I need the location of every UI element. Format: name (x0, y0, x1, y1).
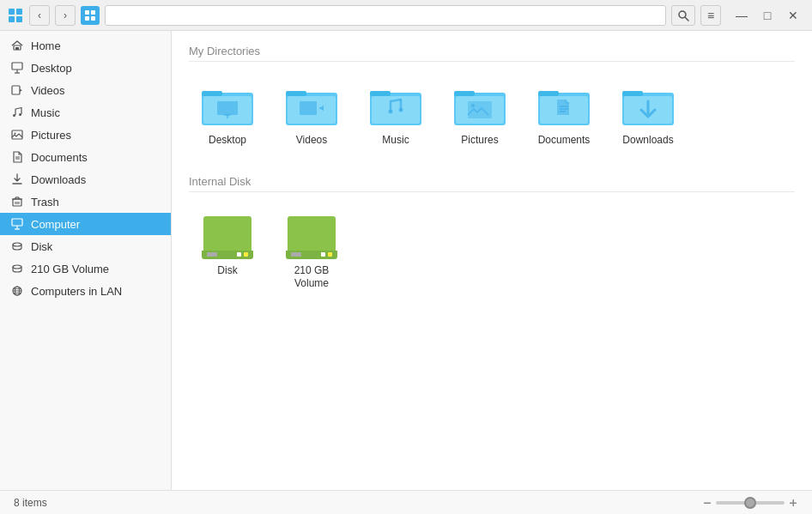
svg-rect-71 (622, 91, 643, 96)
pictures-icon (10, 128, 24, 142)
desktop-icon (10, 61, 24, 75)
minimize-button[interactable]: — (730, 7, 754, 24)
folder-item-downloads[interactable]: Downloads (609, 76, 687, 154)
sidebar-label-disk: Disk (31, 240, 52, 253)
disk-label: Disk (217, 264, 237, 278)
sidebar-item-trash[interactable]: Trash (0, 190, 171, 213)
my-directories-grid: Desktop Videos (189, 76, 795, 154)
sidebar-item-home[interactable]: Home (0, 34, 171, 57)
folder-item-videos[interactable]: Videos (273, 76, 350, 154)
svg-rect-54 (370, 91, 391, 96)
svg-rect-0 (9, 9, 15, 15)
svg-point-57 (389, 110, 393, 114)
svg-rect-45 (217, 101, 238, 115)
internal-disk-title: Internal Disk (189, 175, 795, 192)
sidebar-label-downloads: Downloads (31, 173, 86, 186)
hamburger-button[interactable]: ≡ (700, 5, 721, 26)
my-directories-title: My Directories (189, 45, 795, 62)
folder-item-documents[interactable]: Documents (525, 76, 603, 154)
svg-rect-51 (300, 101, 317, 115)
svg-rect-3 (16, 16, 22, 22)
svg-rect-12 (12, 63, 22, 70)
sidebar-item-disk[interactable]: Disk (0, 235, 171, 257)
folder-icon-desktop (200, 82, 255, 129)
items-count: 8 items (14, 497, 47, 509)
sidebar-item-computer[interactable]: Computer (0, 213, 171, 235)
disk-drive-icon (200, 213, 255, 259)
svg-line-9 (686, 17, 689, 21)
svg-point-8 (679, 11, 686, 18)
svg-point-18 (19, 113, 21, 116)
statusbar: 8 items (0, 490, 812, 514)
folder-item-pictures[interactable]: Pictures (441, 76, 518, 154)
svg-rect-74 (704, 502, 711, 504)
svg-rect-65 (538, 91, 559, 96)
svg-rect-76 (793, 499, 795, 506)
svg-rect-2 (9, 16, 15, 22)
folder-label-pictures: Pictures (461, 134, 498, 148)
internal-disk-grid: Disk 210 GBVolume (189, 206, 795, 298)
svg-rect-11 (15, 47, 19, 50)
svg-rect-7 (91, 16, 95, 21)
zoom-slider[interactable] (702, 498, 798, 508)
folder-icon-downloads (621, 82, 676, 129)
folder-label-music: Music (382, 134, 409, 148)
svg-point-35 (13, 243, 21, 246)
svg-rect-5 (91, 10, 95, 15)
folder-item-music[interactable]: Music (357, 76, 434, 154)
sidebar-item-pictures[interactable]: Pictures (0, 124, 171, 146)
svg-rect-43 (202, 91, 222, 96)
sidebar-item-documents[interactable]: Documents (0, 146, 171, 168)
sidebar-item-computers-lan[interactable]: Computers in LAN (0, 280, 171, 302)
folder-icon-pictures (452, 82, 507, 129)
folder-label-videos: Videos (296, 134, 327, 148)
window-controls: — □ ✕ (730, 7, 805, 24)
search-button[interactable] (671, 5, 695, 26)
back-button[interactable]: ‹ (29, 5, 50, 26)
svg-point-17 (13, 114, 15, 117)
svg-rect-60 (454, 91, 475, 96)
app-icon (7, 7, 24, 24)
sidebar-item-music[interactable]: Music (0, 101, 171, 124)
svg-point-36 (13, 265, 21, 269)
svg-rect-1 (16, 9, 22, 15)
sidebar-label-lan: Computers in LAN (31, 285, 122, 298)
sidebar-label-documents: Documents (31, 151, 88, 164)
sidebar-label-volume: 210 GB Volume (31, 263, 109, 275)
folder-item-desktop[interactable]: Desktop (189, 76, 266, 154)
sidebar-item-desktop[interactable]: Desktop (0, 57, 171, 79)
sidebar-label-desktop: Desktop (31, 62, 72, 75)
forward-button[interactable]: › (55, 5, 76, 26)
sidebar-label-computer: Computer (31, 218, 80, 231)
maximize-button[interactable]: □ (755, 7, 779, 24)
disk-sidebar-icon (10, 239, 24, 253)
svg-point-58 (399, 108, 403, 112)
volume-item[interactable]: 210 GBVolume (273, 206, 350, 298)
main-layout: Home Desktop Videos (0, 31, 812, 490)
volume-icon (10, 262, 24, 275)
disk-item[interactable]: Disk (189, 206, 266, 298)
slider-track[interactable] (716, 501, 785, 505)
folder-icon-documents (536, 82, 591, 129)
svg-rect-19 (12, 130, 22, 139)
sidebar-item-volume[interactable]: 210 GB Volume (0, 257, 171, 280)
zoom-in-icon (788, 498, 798, 508)
computer-icon (10, 217, 24, 231)
videos-icon (10, 83, 24, 97)
documents-icon (10, 150, 24, 164)
internal-disk-section: Internal Disk Disk (189, 175, 795, 298)
zoom-out-icon (702, 498, 712, 508)
sidebar-label-trash: Trash (31, 196, 59, 209)
sidebar-item-downloads[interactable]: Downloads (0, 168, 171, 190)
lan-icon (10, 284, 24, 298)
sidebar-item-videos[interactable]: Videos (0, 79, 171, 101)
svg-point-20 (15, 133, 16, 135)
sidebar-label-videos: Videos (31, 84, 65, 97)
titlebar: ‹ › ≡ — □ ✕ (0, 0, 812, 31)
address-bar[interactable] (105, 5, 666, 26)
volume-drive-icon (284, 213, 339, 259)
content-area: My Directories (172, 31, 812, 490)
close-button[interactable]: ✕ (781, 7, 805, 24)
folder-icon-music (368, 82, 423, 129)
slider-thumb[interactable] (744, 497, 756, 509)
